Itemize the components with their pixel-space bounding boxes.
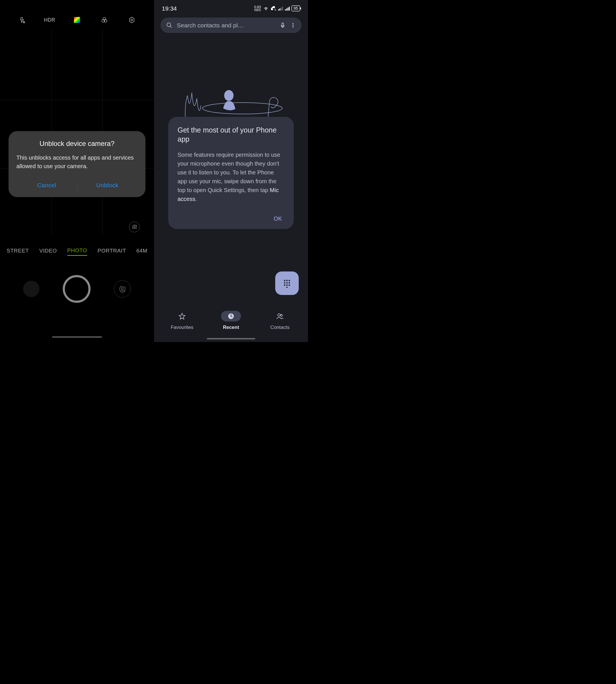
svg-point-30 [289,282,290,283]
camera-app-screen: HDR Unblock device camera? This unblocks… [0,0,154,342]
svg-point-25 [284,280,285,281]
svg-rect-13 [285,9,286,11]
search-placeholder: Search contacts and pl… [177,22,275,29]
vowifi-icon: B [270,6,276,12]
svg-point-31 [284,284,285,286]
battery-indicator: 95 [291,5,300,12]
search-bar[interactable]: Search contacts and pl… [160,18,302,33]
mic-icon[interactable] [280,22,286,28]
svg-point-6 [134,226,135,228]
nav-recent[interactable]: Recent [207,311,255,330]
filters-icon[interactable] [100,16,109,24]
svg-text:B: B [274,8,276,11]
svg-point-23 [202,102,282,114]
mode-street[interactable]: STREET [6,248,29,256]
unblock-button[interactable]: Unblock [77,178,137,193]
hdr-button[interactable]: HDR [45,16,54,24]
mode-photo[interactable]: PHOTO [67,247,87,256]
dialog-title: Unblock device camera? [17,140,138,147]
svg-point-34 [286,287,288,288]
svg-line-18 [170,26,172,28]
svg-point-5 [131,19,133,21]
settings-icon[interactable] [128,16,136,24]
signal-icon [278,6,283,11]
svg-point-7 [122,288,124,290]
mode-video[interactable]: VIDEO [39,248,57,256]
svg-point-28 [284,282,285,283]
svg-point-21 [292,25,294,26]
svg-point-27 [289,280,290,281]
ok-button[interactable]: OK [178,214,285,223]
svg-point-32 [286,284,288,286]
network-speed-indicator: 0.83 KB/S [255,5,261,12]
permission-card: Get the most out of your Phone app Some … [168,117,294,229]
star-icon [178,313,186,320]
phone-app-screen: 19:34 0.83 KB/S B 95 Search contacts and… [154,0,308,342]
svg-rect-19 [282,23,284,26]
status-time: 19:34 [162,5,177,12]
svg-point-17 [167,23,171,26]
clock-icon [227,313,235,319]
signal-icon [285,6,290,11]
bottom-nav: Favourites Recent Contacts [154,307,308,334]
mode-portrait[interactable]: PORTRAIT [97,248,126,256]
shutter-row [0,275,154,303]
more-options-icon[interactable] [290,22,296,28]
svg-point-24 [224,90,234,101]
svg-rect-14 [286,8,287,11]
illustration [171,87,285,118]
flash-off-icon[interactable] [18,16,26,24]
nav-label: Contacts [270,324,289,330]
unblock-camera-dialog: Unblock device camera? This unblocks acc… [8,131,146,197]
camera-toolbar: HDR [0,16,154,24]
svg-point-36 [278,314,280,316]
svg-rect-12 [282,7,283,11]
svg-rect-15 [287,8,288,11]
dialpad-icon [282,279,292,288]
search-icon [166,22,173,28]
svg-rect-11 [281,8,282,11]
nav-label: Recent [223,324,239,330]
svg-point-20 [292,23,294,24]
nav-favourites[interactable]: Favourites [158,311,206,330]
wifi-icon [263,6,269,11]
svg-rect-9 [278,9,279,11]
color-filter-icon[interactable] [73,16,81,24]
status-bar: 19:34 0.83 KB/S B 95 [154,0,308,15]
svg-point-22 [292,26,294,27]
nav-label: Favourites [171,324,193,330]
svg-point-37 [281,314,283,316]
status-icons: 0.83 KB/S B 95 [255,5,300,12]
card-body: Some features require permission to use … [178,151,285,204]
home-indicator[interactable] [207,338,255,339]
svg-point-26 [286,280,288,281]
home-indicator[interactable] [52,336,102,338]
cancel-button[interactable]: Cancel [17,178,77,193]
svg-rect-16 [289,7,290,11]
dialpad-fab[interactable] [275,272,299,295]
dialog-body: This unblocks access for all apps and se… [17,153,138,170]
svg-rect-10 [280,8,280,11]
contacts-icon [276,312,284,320]
nav-contacts[interactable]: Contacts [256,311,304,330]
hdr-label: HDR [44,17,55,23]
ai-mode-icon[interactable] [129,222,140,232]
svg-point-33 [289,284,290,286]
gallery-thumbnail[interactable] [23,281,40,297]
flip-camera-icon[interactable] [114,280,131,298]
mode-64m[interactable]: 64M [136,248,147,256]
card-title: Get the most out of your Phone app [178,126,285,144]
shutter-button[interactable] [63,275,91,303]
camera-mode-strip[interactable]: STREET VIDEO PHOTO PORTRAIT 64M [0,247,154,256]
svg-point-29 [286,282,288,283]
